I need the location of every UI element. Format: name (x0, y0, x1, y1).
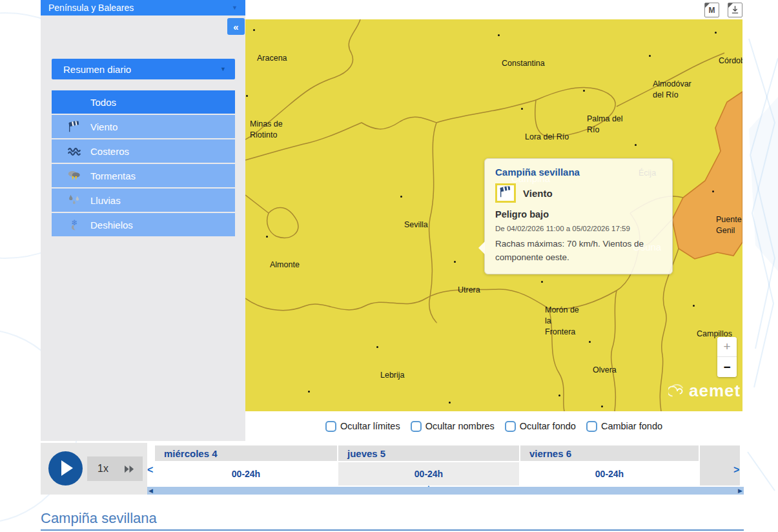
city-dot-icon (541, 281, 543, 283)
aemet-spiral-icon (668, 382, 686, 400)
warning-filter-label: Todos (90, 97, 116, 108)
scrollbar-right-arrow-icon[interactable]: ▶ (738, 487, 742, 494)
map-option-label: Ocultar fondo (520, 421, 576, 431)
map-city-label: Campillos (697, 307, 732, 340)
timeline-day-header[interactable]: viernes 6 (520, 445, 699, 461)
city-dot-icon (498, 34, 500, 36)
download-document-icon[interactable] (728, 3, 742, 17)
city-dot-icon (454, 261, 456, 263)
warning-map[interactable]: Aracena Constantina Córdoba Almodóvar de… (245, 19, 742, 411)
map-city-label: Morón de la Frontera (545, 283, 579, 337)
map-city-label: Sevilla (404, 198, 428, 230)
chevron-down-icon: ▼ (220, 66, 226, 72)
timeline-bar: 1x < miércoles 4 00-24h jueves 5 00-24h … (41, 443, 744, 495)
popup-zone-title: Campiña sevillana (495, 167, 663, 178)
warning-filter-tormentas[interactable]: Tormentas (52, 164, 235, 187)
map-zoom-control: + − (717, 337, 737, 377)
city-dot-icon (521, 108, 523, 110)
speed-value: 1x (97, 463, 108, 475)
timeline-range-cell[interactable]: 00-24h (155, 462, 337, 486)
map-city-label: Almodóvar del Río (653, 57, 691, 101)
city-dot-icon (558, 394, 560, 396)
warning-filter-label: Deshielos (90, 220, 133, 230)
warning-filter-label: Tormentas (90, 170, 136, 181)
checkbox[interactable] (586, 421, 597, 432)
zoom-in-button[interactable]: + (717, 337, 737, 357)
city-dot-icon (715, 32, 717, 34)
svg-text:❄: ❄ (71, 218, 77, 227)
warning-filter-viento[interactable]: Viento (52, 115, 235, 138)
city-dot-icon (400, 196, 402, 198)
map-options-row: Ocultar límites Ocultar nombres Ocultar … (245, 416, 742, 436)
map-option[interactable]: Ocultar fondo (505, 421, 576, 432)
storm-icon (67, 169, 81, 183)
legend-m-glyph: M (709, 6, 715, 15)
popup-warning-iconbox (495, 183, 516, 203)
warning-filter-label: Costeros (90, 146, 129, 157)
timeline: < miércoles 4 00-24h jueves 5 00-24h vie… (147, 443, 744, 495)
city-dot-icon (308, 391, 310, 393)
map-city-label: Sanlúcar de Barrameda (312, 393, 355, 411)
legend-document-icon[interactable]: M (704, 3, 719, 17)
timeline-day-column: miércoles 4 00-24h (155, 445, 337, 486)
timeline-range-cell[interactable]: 00-24h (338, 462, 519, 486)
timeline-scrollbar[interactable]: ◀ ▶ (147, 487, 744, 495)
zoom-out-button[interactable]: − (717, 357, 737, 377)
timeline-day-header[interactable]: miércoles 4 (155, 445, 337, 461)
speed-control[interactable]: 1x (87, 456, 143, 481)
map-option[interactable]: Cambiar fondo (586, 421, 662, 432)
city-dot-icon (712, 190, 714, 192)
city-dot-icon (693, 305, 695, 307)
collapse-sidebar-button[interactable]: « (227, 18, 245, 35)
map-option[interactable]: Ocultar límites (325, 421, 400, 432)
city-dot-icon (266, 236, 268, 238)
aemet-logo-text: aemet (689, 381, 741, 401)
summary-mode-dropdown[interactable]: Resumen diario ▼ (52, 59, 235, 79)
windsock-icon (67, 119, 81, 134)
map-city-label: Olvera (593, 343, 617, 376)
map-city-label: Utrera (458, 263, 480, 296)
city-dot-icon (601, 405, 603, 407)
timeline-range-cell[interactable]: 00-24h (520, 462, 699, 486)
city-dot-icon (376, 346, 378, 348)
page-fold-icon (705, 3, 710, 8)
play-icon (61, 460, 73, 476)
map-city-label: Lora del Río (525, 110, 569, 143)
timeline-prev-button[interactable]: < (147, 458, 155, 482)
city-dot-icon (449, 402, 451, 404)
warning-filter-todos[interactable]: Todos (52, 90, 235, 114)
city-dot-icon (649, 55, 651, 57)
city-dot-icon (246, 95, 248, 97)
map-option-label: Ocultar nombres (425, 421, 495, 431)
timeline-day-column: viernes 6 00-24h (520, 445, 699, 486)
fast-forward-icon (124, 464, 135, 474)
summary-mode-value: Resumen diario (63, 64, 220, 75)
scrollbar-left-arrow-icon[interactable]: ◀ (148, 487, 153, 494)
map-city-label: Puente Genil (716, 192, 742, 236)
popup-pointer (478, 241, 485, 254)
warning-filter-costeros[interactable]: Costeros (52, 139, 235, 163)
map-option[interactable]: Ocultar nombres (411, 421, 495, 432)
animation-player: 1x (41, 443, 147, 495)
map-city-label: Córdoba (719, 34, 742, 66)
map-option-label: Cambiar fondo (601, 421, 662, 431)
warning-popup: Campiña sevillana Viento Peligro bajo De… (484, 158, 673, 274)
play-button[interactable] (48, 451, 83, 486)
thaw-icon: ❄ (67, 218, 81, 232)
windsock-icon (498, 185, 513, 199)
rain-icon (67, 193, 81, 207)
popup-danger-level: Peligro bajo (495, 209, 663, 220)
timeline-next-button[interactable]: > (733, 458, 744, 482)
region-selector-dropdown[interactable]: Península y Baleares ▼ (41, 0, 245, 15)
checkbox[interactable] (505, 421, 516, 432)
warning-filter-deshielos[interactable]: ❄ Deshielos (52, 213, 235, 236)
map-city-label: Aracena (257, 31, 287, 64)
map-city-label: Palma del Río (587, 92, 623, 136)
map-city-label: Ronda (605, 407, 629, 411)
checkbox[interactable] (411, 421, 422, 432)
warning-filter-lluvias[interactable]: Lluvias (52, 189, 235, 212)
timeline-day-header[interactable]: jueves 5 (338, 445, 519, 461)
selected-zone-title: Campiña sevillana (41, 510, 157, 527)
sidebar-panel: Península y Baleares ▼ « Resumen diario … (41, 0, 245, 441)
checkbox[interactable] (325, 421, 336, 432)
